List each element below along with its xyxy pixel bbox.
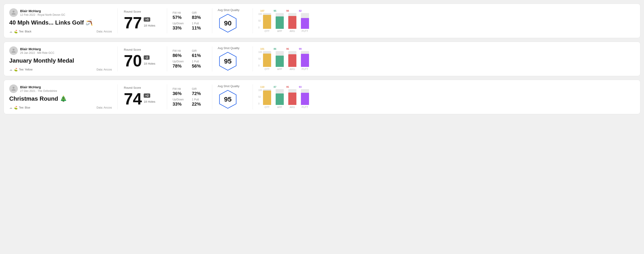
avatar [9,8,18,17]
chart-x-label-ott: OTT [263,106,271,109]
chart-section: 107959882 100 50 0 OTTA [253,8,635,33]
tee-label: Tee: Blue [19,106,30,109]
hexagon: 95 [218,51,238,71]
up-down-value: 33% [172,102,188,107]
score-section: Round Score 77 +5 18 Holes [118,8,167,33]
hexagon-score: 90 [224,19,232,27]
tee-info: ☁ ⛳ Tee: Blue [9,106,30,110]
chart-x-label-putt: PUTT [301,106,309,109]
bar-arg [288,13,296,29]
round-card: Blair McHarg 27 Dec 2021 · The Oxfordshi… [4,80,640,114]
chart-top-value-arg: 98 [284,9,292,12]
hexagon-score: 95 [224,57,232,65]
user-date-course: 29 Jan 2022 · Mill Ride GCC [20,51,54,54]
gir-label: GIR [192,49,207,52]
chart-top-value-ott: 107 [258,9,266,12]
user-details: Blair McHarg 29 Jan 2022 · Mill Ride GCC [20,47,54,55]
round-title: Christmas Round 🎄 [9,95,112,102]
up-down-label: Up/Down [172,98,188,101]
stats-section: FW Hit 57% GIR 83% Up/Down 33% 1 Putt 11… [167,8,212,33]
up-down-value: 78% [172,64,188,69]
stat-fw-hit: FW Hit 86% [172,49,188,58]
chart-x-label-ott: OTT [263,30,271,32]
stat-up-down: Up/Down 33% [172,98,188,107]
chart-top-value-putt: 93 [296,86,304,88]
one-putt-label: 1 Putt [192,60,207,63]
gir-value: 61% [192,53,207,58]
holes-label: 18 Holes [144,62,155,65]
avatar [9,46,18,55]
avatar-icon [11,48,16,53]
bar-app [276,13,284,29]
hexagon-score: 95 [224,96,232,103]
bar-putt [301,13,309,29]
left-section: Blair McHarg 12 Feb 2022 · Royal North D… [9,8,118,33]
score-display: 70 -2 18 Holes [124,53,160,69]
round-card: Blair McHarg 29 Jan 2022 · Mill Ride GCC… [4,42,640,76]
bar-chart: 110879593 100 50 0 OTTA [258,86,631,109]
chart-top-value-app: 86 [271,47,279,50]
avatar [9,84,18,93]
score-display: 77 +5 18 Holes [124,15,160,31]
user-details: Blair McHarg 27 Dec 2021 · The Oxfordshi… [20,85,57,93]
fw-hit-label: FW Hit [172,87,188,91]
bar-chart: 107959882 100 50 0 OTTA [258,9,631,32]
fw-hit-value: 57% [172,15,188,20]
y-label-0: 0 [258,26,262,29]
data-source: Data: Arccos [96,30,112,33]
chart-top-value-app: 87 [271,86,279,88]
bar-arg [288,89,296,105]
tee-label: Tee: Black [19,30,31,33]
stats-section: FW Hit 86% GIR 61% Up/Down 78% 1 Putt 56… [167,46,212,71]
fw-hit-label: FW Hit [172,49,188,52]
tee-info: ☁ ⛳ Tee: Black [9,30,31,33]
fw-hit-value: 86% [172,53,188,58]
chart-top-value-arg: 95 [284,86,292,88]
one-putt-value: 11% [192,25,207,31]
stat-gir: GIR 61% [192,49,207,58]
chart-x-label-app: APP [276,30,284,32]
y-label-50: 50 [258,58,262,60]
gir-label: GIR [192,87,207,91]
chart-x-label-app: APP [276,106,284,109]
footer-info: ☁ ⛳ Tee: Yellow Data: Arccos [9,68,112,71]
quality-section: Avg Shot Quality 90 [212,8,253,33]
score-number: 74 [124,91,142,107]
stat-gir: GIR 72% [192,87,207,96]
score-badge: +5 [144,17,150,22]
round-card: Blair McHarg 12 Feb 2022 · Royal North D… [4,3,640,38]
avatar-icon [11,86,16,91]
bar-ott [263,13,271,29]
chart-top-value-ott: 110 [258,86,266,88]
tee-label: Tee: Yellow [19,68,32,71]
chart-section: 101869699 100 50 0 OTTA [253,46,635,71]
one-putt-label: 1 Putt [192,98,207,101]
bar-app [276,51,284,67]
bar-putt [301,51,309,67]
user-info: Blair McHarg 12 Feb 2022 · Royal North D… [9,8,112,17]
chart-top-value-app: 95 [271,9,279,12]
bar-arg [288,51,296,67]
footer-info: ☁ ⛳ Tee: Black Data: Arccos [9,30,112,33]
stat-one-putt: 1 Putt 56% [192,60,207,69]
chart-x-label-arg: ARG [288,106,296,109]
holes-label: 18 Holes [144,100,155,103]
score-badge: -2 [144,55,150,60]
hexagon: 95 [218,89,238,110]
avg-shot-quality-label: Avg Shot Quality [218,8,240,12]
avg-shot-quality-label: Avg Shot Quality [218,84,240,88]
chart-top-value-putt: 99 [296,47,304,50]
chart-top-value-arg: 96 [284,47,292,50]
round-score-label: Round Score [124,10,160,13]
avatar-icon [11,10,16,15]
chart-x-label-putt: PUTT [301,30,309,32]
gir-value: 72% [192,91,207,96]
y-label-100: 100 [258,51,262,53]
stat-up-down: Up/Down 33% [172,22,188,31]
y-label-50: 50 [258,20,262,22]
one-putt-value: 22% [192,102,207,107]
chart-x-label-arg: ARG [288,68,296,70]
round-score-label: Round Score [124,86,160,89]
round-title: January Monthly Medal [9,57,112,64]
user-date-course: 12 Feb 2022 · Royal North Devon GC [20,13,65,16]
